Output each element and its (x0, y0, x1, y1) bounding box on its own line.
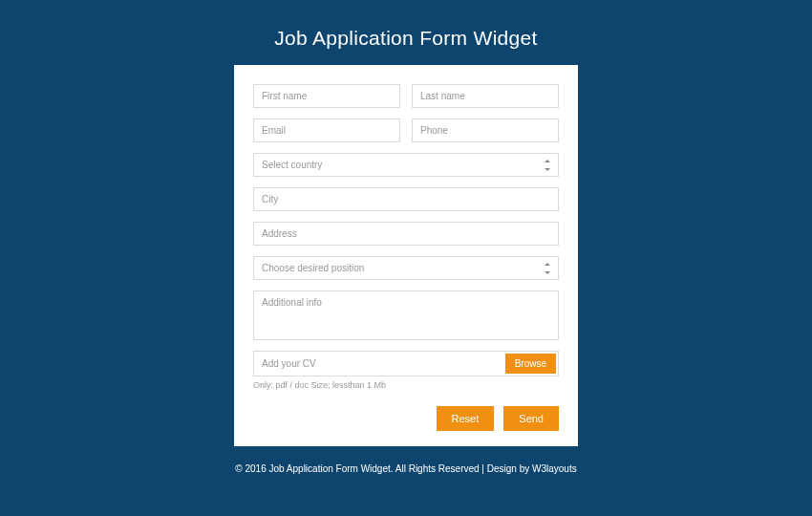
last-name-input[interactable] (412, 84, 559, 108)
first-name-input[interactable] (253, 84, 400, 108)
position-select[interactable]: Choose desired position (253, 256, 559, 280)
address-input[interactable] (253, 222, 559, 246)
additional-info-textarea[interactable] (253, 290, 559, 340)
email-input[interactable] (253, 118, 400, 142)
cv-upload-row: Add your CV Browse (253, 351, 559, 376)
page-title: Job Application Form Widget (274, 27, 537, 50)
cv-label: Add your CV (254, 352, 503, 376)
reset-button[interactable]: Reset (437, 406, 495, 431)
form-card: Select country Choose desired position A… (234, 65, 578, 446)
footer-text: © 2016 Job Application Form Widget. All … (235, 463, 576, 474)
city-input[interactable] (253, 187, 559, 211)
browse-button[interactable]: Browse (505, 354, 556, 374)
send-button[interactable]: Send (503, 406, 559, 431)
country-select[interactable]: Select country (253, 153, 559, 177)
cv-hint: Only: pdf / doc Size; lessthan 1 Mb (253, 380, 559, 390)
phone-input[interactable] (412, 118, 559, 142)
